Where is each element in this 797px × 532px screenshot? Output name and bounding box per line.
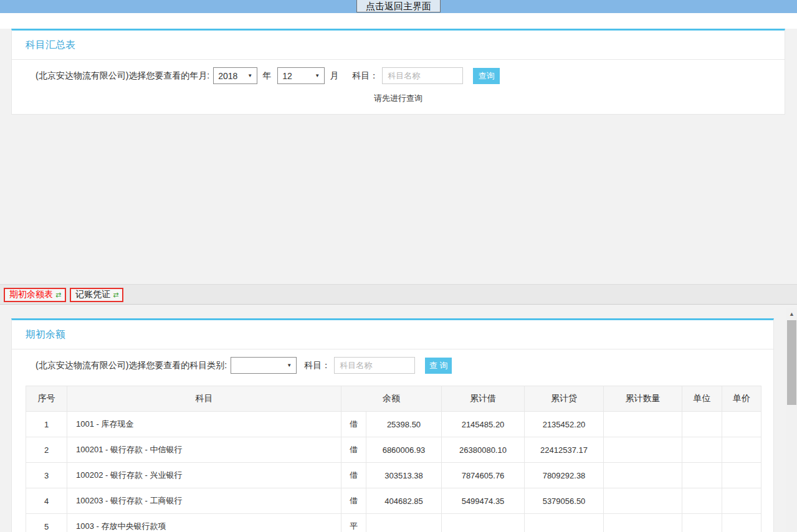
tab-label: 期初余额表 (9, 289, 53, 300)
header-unit: 单位 (682, 386, 722, 412)
top-bar: 点击返回主界面 (0, 0, 797, 13)
cell-direction: 借 (341, 412, 366, 437)
balance-filter-label: (北京安达物流有限公司)选择您要查看的科目类别: (36, 360, 227, 371)
cell-price (722, 412, 761, 437)
year-select-value: 2018 (218, 71, 237, 81)
cell-balance: 404682.85 (366, 488, 442, 514)
summary-panel: 科目汇总表 (北京安达物流有限公司)选择您要查看的年月: 2018 ▼ 年 12… (11, 29, 785, 115)
balance-frame: 期初余额 (北京安达物流有限公司)选择您要查看的科目类别: ▼ 科目： 查 询 … (0, 305, 797, 532)
tab-label: 记账凭证 (75, 289, 110, 300)
cell-qty (604, 514, 682, 532)
cell-qty (604, 437, 682, 463)
summary-subject-label: 科目： (352, 70, 378, 82)
cell-unit (682, 437, 722, 463)
summary-filter-label: (北京安达物流有限公司)选择您要查看的年月: (36, 70, 209, 82)
cell-unit (682, 514, 722, 532)
balance-table: 序号 科目 余额 累计借 累计贷 累计数量 单位 单价 11001 - 库存现金… (26, 386, 761, 532)
balance-subject-label: 科目： (304, 360, 330, 371)
cell-balance: 6860006.93 (366, 437, 442, 463)
chevron-down-icon: ▼ (247, 73, 252, 78)
cell-credit (525, 514, 604, 532)
cell-subject: 100203 - 银行存款 - 工商银行 (67, 488, 341, 514)
cell-no: 2 (26, 437, 67, 463)
header-balance: 余额 (341, 386, 442, 412)
cell-balance: 303513.38 (366, 463, 442, 488)
cell-debit (442, 514, 525, 532)
cell-direction: 借 (341, 488, 366, 514)
balance-table-body: 11001 - 库存现金借25398.502145485.202135452.2… (26, 412, 761, 532)
cell-credit: 5379056.50 (525, 488, 604, 514)
cell-unit (682, 463, 722, 488)
cell-unit (682, 412, 722, 437)
table-row: 4100203 - 银行存款 - 工商银行借404682.855499474.3… (26, 488, 761, 514)
header-qty: 累计数量 (604, 386, 682, 412)
month-select-value: 12 (282, 71, 292, 81)
balance-panel-title: 期初余额 (26, 329, 65, 340)
balance-title-row: 期初余额 (12, 320, 773, 349)
balance-panel: 期初余额 (北京安达物流有限公司)选择您要查看的科目类别: ▼ 科目： 查 询 … (11, 318, 774, 532)
chevron-down-icon: ▼ (315, 73, 320, 78)
year-select[interactable]: 2018 ▼ (213, 67, 257, 84)
table-row: 2100201 - 银行存款 - 中信银行借6860006.9326380080… (26, 437, 761, 463)
balance-filter-row: (北京安达物流有限公司)选择您要查看的科目类别: ▼ 科目： 查 询 (12, 349, 773, 380)
scrollbar-thumb[interactable] (787, 320, 796, 405)
header-price: 单价 (722, 386, 761, 412)
return-main-button[interactable]: 点击返回主界面 (356, 0, 441, 12)
summary-subject-input[interactable] (382, 67, 463, 84)
cell-direction: 借 (341, 463, 366, 488)
divider-strip (0, 13, 797, 17)
cell-subject: 100201 - 银行存款 - 中信银行 (67, 437, 341, 463)
cell-unit (682, 488, 722, 514)
cell-debit: 5499474.35 (442, 488, 525, 514)
summary-frame: 科目汇总表 (北京安达物流有限公司)选择您要查看的年月: 2018 ▼ 年 12… (0, 29, 797, 284)
cell-price (722, 437, 761, 463)
cell-debit: 2145485.20 (442, 412, 525, 437)
refresh-icon: ⇄ (113, 292, 118, 298)
month-unit-label: 月 (330, 70, 338, 82)
cell-no: 3 (26, 463, 67, 488)
summary-title-row: 科目汇总表 (12, 31, 785, 60)
refresh-icon: ⇄ (55, 292, 61, 298)
cell-subject: 1003 - 存放中央银行款项 (67, 514, 341, 532)
cell-direction: 借 (341, 437, 366, 463)
table-header-row: 序号 科目 余额 累计借 累计贷 累计数量 单位 单价 (26, 386, 761, 412)
table-row: 3100202 - 银行存款 - 兴业银行借303513.387874605.7… (26, 463, 761, 488)
cell-qty (604, 412, 682, 437)
cell-qty (604, 463, 682, 488)
cell-debit: 7874605.76 (442, 463, 525, 488)
year-unit-label: 年 (262, 70, 271, 82)
month-select[interactable]: 12 ▼ (277, 67, 325, 84)
vertical-scrollbar[interactable]: ▲ ▼ (786, 308, 797, 532)
balance-subject-input[interactable] (334, 357, 415, 374)
summary-query-button[interactable]: 查询 (473, 68, 500, 84)
chevron-down-icon: ▼ (287, 363, 292, 368)
tab-bar: 期初余额表 ⇄ 记账凭证 ⇄ (0, 284, 797, 305)
cell-no: 1 (26, 412, 67, 437)
table-row: 51003 - 存放中央银行款项平 (26, 514, 761, 532)
cell-qty (604, 488, 682, 514)
category-select[interactable]: ▼ (231, 357, 297, 374)
cell-no: 5 (26, 514, 67, 532)
cell-subject: 1001 - 库存现金 (67, 412, 341, 437)
cell-credit: 2135452.20 (525, 412, 604, 437)
tab-voucher[interactable]: 记账凭证 ⇄ (70, 288, 123, 302)
cell-subject: 100202 - 银行存款 - 兴业银行 (67, 463, 341, 488)
summary-panel-title: 科目汇总表 (26, 39, 75, 50)
header-no: 序号 (26, 386, 67, 412)
query-hint-text: 请先进行查询 (12, 90, 785, 114)
cell-price (722, 463, 761, 488)
header-debit: 累计借 (442, 386, 525, 412)
cell-debit: 26380080.10 (442, 437, 525, 463)
cell-credit: 7809292.38 (525, 463, 604, 488)
summary-filter-row: (北京安达物流有限公司)选择您要查看的年月: 2018 ▼ 年 12 ▼ 月 科… (12, 60, 785, 90)
cell-balance: 25398.50 (366, 412, 442, 437)
cell-direction: 平 (341, 514, 366, 532)
cell-balance (366, 514, 442, 532)
header-subject: 科目 (67, 386, 341, 412)
balance-query-button[interactable]: 查 询 (425, 358, 452, 374)
header-credit: 累计贷 (525, 386, 604, 412)
cell-credit: 22412537.17 (525, 437, 604, 463)
scroll-up-icon[interactable]: ▲ (786, 308, 797, 319)
tab-opening-balance[interactable]: 期初余额表 ⇄ (4, 288, 66, 302)
cell-price (722, 488, 761, 514)
